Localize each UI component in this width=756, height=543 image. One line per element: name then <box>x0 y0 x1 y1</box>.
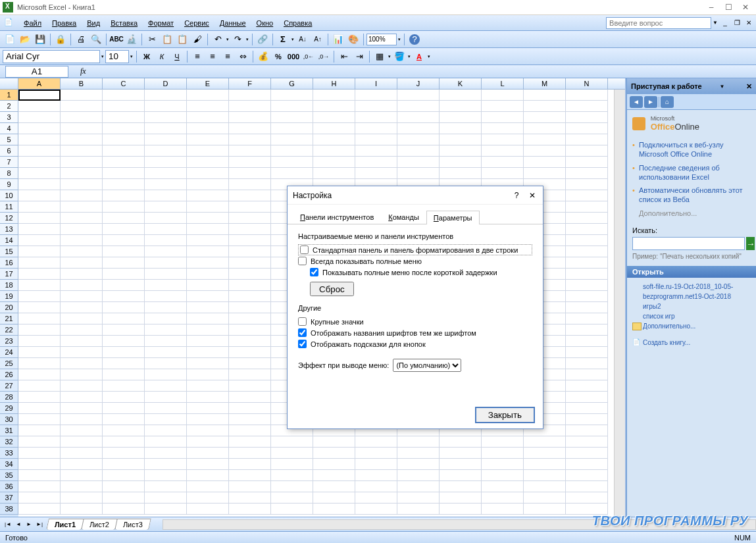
cell-G33[interactable] <box>271 448 313 459</box>
cell-E38[interactable] <box>187 504 229 515</box>
row-header-1[interactable]: 1 <box>0 90 18 101</box>
cell-E17[interactable] <box>187 269 229 280</box>
cell-E19[interactable] <box>187 291 229 302</box>
hyperlink-button[interactable]: 🔗 <box>255 32 270 47</box>
cell-B2[interactable] <box>61 101 103 112</box>
cell-E31[interactable] <box>187 425 229 436</box>
cell-E7[interactable] <box>187 157 229 168</box>
undo-button[interactable]: ↶ <box>211 32 225 47</box>
cell-G35[interactable] <box>271 470 313 481</box>
sheet-tab-2[interactable]: Лист2 <box>81 519 118 530</box>
cell-H8[interactable] <box>313 168 355 179</box>
research-button[interactable]: 🔬 <box>124 32 139 47</box>
cell-M34[interactable] <box>524 459 566 470</box>
cell-H2[interactable] <box>313 101 355 112</box>
tab-next-button[interactable]: ► <box>24 519 34 530</box>
taskpane-search-input[interactable] <box>632 237 745 250</box>
print-preview-button[interactable]: 🔍 <box>89 32 103 47</box>
cell-F29[interactable] <box>229 403 271 414</box>
column-header-M[interactable]: M <box>524 78 566 89</box>
cell-B36[interactable] <box>61 481 103 492</box>
sort-asc-button[interactable]: A↓ <box>295 32 310 47</box>
redo-dropdown-icon[interactable]: ▾ <box>245 32 249 47</box>
cell-F6[interactable] <box>229 145 271 157</box>
cell-D12[interactable] <box>145 213 187 224</box>
cell-C14[interactable] <box>103 235 145 246</box>
cell-K3[interactable] <box>440 112 482 123</box>
cell-L3[interactable] <box>482 112 524 123</box>
cell-A26[interactable] <box>18 369 61 380</box>
cell-B19[interactable] <box>61 291 103 302</box>
cell-N25[interactable] <box>566 358 608 369</box>
cell-J8[interactable] <box>397 168 440 179</box>
cell-C34[interactable] <box>103 459 145 470</box>
align-right-button[interactable]: ≡ <box>220 49 235 64</box>
cell-I38[interactable] <box>355 504 397 515</box>
cell-A33[interactable] <box>18 448 61 459</box>
cell-A16[interactable] <box>18 257 61 269</box>
cell-L32[interactable] <box>482 436 524 448</box>
cell-F38[interactable] <box>229 504 271 515</box>
cell-A8[interactable] <box>18 168 61 179</box>
cell-D1[interactable] <box>145 90 187 101</box>
cell-C29[interactable] <box>103 403 145 414</box>
redo-button[interactable]: ↷ <box>230 32 245 47</box>
zoom-input[interactable] <box>366 34 397 45</box>
cell-E33[interactable] <box>187 448 229 459</box>
cell-C12[interactable] <box>103 213 145 224</box>
autosum-button[interactable]: Σ <box>276 32 290 47</box>
open-more-link[interactable]: Дополнительно... <box>632 321 751 331</box>
cell-I1[interactable] <box>355 90 397 101</box>
cell-E6[interactable] <box>187 145 229 157</box>
cell-C18[interactable] <box>103 280 145 291</box>
cell-H36[interactable] <box>313 481 355 492</box>
ask-dropdown-icon[interactable]: ▼ <box>713 20 718 26</box>
cell-A37[interactable] <box>18 492 61 504</box>
cell-A9[interactable] <box>18 179 61 190</box>
cell-E4[interactable] <box>187 123 229 134</box>
cell-F7[interactable] <box>229 157 271 168</box>
row-header-2[interactable]: 2 <box>0 101 18 112</box>
cell-C5[interactable] <box>103 134 145 145</box>
cell-A17[interactable] <box>18 269 61 280</box>
cell-A13[interactable] <box>18 224 61 235</box>
cell-L8[interactable] <box>482 168 524 179</box>
cell-D20[interactable] <box>145 302 187 313</box>
cell-F4[interactable] <box>229 123 271 134</box>
cell-B33[interactable] <box>61 448 103 459</box>
cell-E28[interactable] <box>187 392 229 403</box>
cell-N23[interactable] <box>566 336 608 347</box>
maximize-button[interactable]: ☐ <box>720 2 736 13</box>
menu-вид[interactable]: Вид <box>82 17 105 29</box>
cell-E30[interactable] <box>187 414 229 425</box>
nav-back-button[interactable]: ◄ <box>630 96 643 108</box>
cell-N19[interactable] <box>566 291 608 302</box>
cell-N22[interactable] <box>566 324 608 336</box>
cell-G2[interactable] <box>271 101 313 112</box>
cell-E1[interactable] <box>187 90 229 101</box>
cell-N13[interactable] <box>566 224 608 235</box>
cell-B11[interactable] <box>61 201 103 213</box>
menu-вставка[interactable]: Вставка <box>105 17 143 29</box>
save-button[interactable]: 💾 <box>33 32 47 47</box>
cell-K1[interactable] <box>440 90 482 101</box>
row-header-25[interactable]: 25 <box>0 358 18 369</box>
cell-E15[interactable] <box>187 246 229 257</box>
cell-N1[interactable] <box>566 90 608 101</box>
cell-E11[interactable] <box>187 201 229 213</box>
decrease-decimal-button[interactable]: ,0→ <box>316 49 331 64</box>
formula-input[interactable] <box>89 66 756 78</box>
cell-H7[interactable] <box>313 157 355 168</box>
row-header-34[interactable]: 34 <box>0 459 18 470</box>
cell-M1[interactable] <box>524 90 566 101</box>
cell-I4[interactable] <box>355 123 397 134</box>
cell-C26[interactable] <box>103 369 145 380</box>
cell-C2[interactable] <box>103 101 145 112</box>
cell-G8[interactable] <box>271 168 313 179</box>
cell-D16[interactable] <box>145 257 187 269</box>
cell-G6[interactable] <box>271 145 313 157</box>
cell-C22[interactable] <box>103 324 145 336</box>
row-header-29[interactable]: 29 <box>0 403 18 414</box>
cell-G7[interactable] <box>271 157 313 168</box>
fill-color-button[interactable]: 🪣 <box>392 49 407 64</box>
